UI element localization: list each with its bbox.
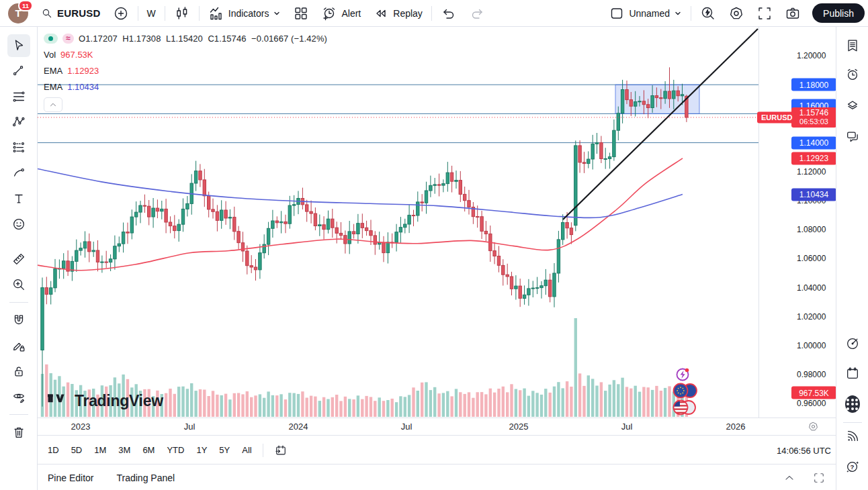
range-3m[interactable]: 3M [112,442,136,458]
us-event-icon[interactable] [673,401,695,415]
tool-zoom-in[interactable] [7,273,30,296]
tool-projection[interactable] [7,136,30,159]
range-1d[interactable]: 1D [42,442,65,458]
symbol-name: EURUSD [57,7,101,19]
interval-button[interactable]: W [141,4,162,23]
range-all[interactable]: All [236,442,257,458]
tool-drawing-mode[interactable] [7,334,30,357]
sidebar-object-tree[interactable] [841,94,864,117]
ema-line-1.10434[interactable] [38,169,683,218]
tool-text[interactable] [7,187,30,210]
legend-ema1-row[interactable]: EMA 1.12923 [44,65,99,76]
chart-style-button[interactable] [168,4,196,23]
fullscreen-icon [756,5,773,21]
tradingview-watermark[interactable]: TradingView [48,392,163,410]
goto-date-icon [274,444,288,457]
sidebar-streams[interactable] [841,425,864,448]
projection-icon [11,140,26,156]
sidebar-apps[interactable] [841,393,864,415]
notification-badge: 11 [18,0,33,11]
range-1m[interactable]: 1M [88,442,112,458]
tool-hide-all-drawings[interactable] [7,385,30,408]
time-axis[interactable]: 2023Jul2024Jul2025Jul2026 [38,418,836,436]
tradingview-logo-icon [48,393,70,409]
tool-cursor[interactable] [7,34,30,57]
range-1y[interactable]: 1Y [190,442,213,458]
sidebar-calendar[interactable] [841,362,864,385]
legend-main-row[interactable]: ≈ O1.17207 H1.17308 L1.15420 C1.15746 −0… [44,33,327,44]
range-6m[interactable]: 6M [136,442,161,458]
fullscreen-button[interactable] [750,4,779,23]
price-tick-0.98000: 0.98000 [797,370,826,379]
chevron-down-icon [674,9,682,17]
last-price-badge: 1.1574606:53:03 [791,107,836,128]
tab-pine-editor[interactable]: Pine Editor [48,473,93,483]
layout-select-button[interactable]: Unnamed [603,4,688,23]
panel-maximize-button[interactable] [810,470,828,486]
chevron-up-icon [48,100,58,109]
tool-fib-retracement[interactable] [7,85,30,108]
legend-ema2-row[interactable]: EMA 1.10434 [44,81,99,92]
undo-button[interactable] [435,4,463,23]
screenshot-button[interactable] [779,4,807,23]
legend-volume-row[interactable]: Vol 967.53K [44,49,93,60]
sidebar-help[interactable]: ? [841,455,864,478]
range-ytd[interactable]: YTD [161,442,190,458]
trend-line-drawing[interactable] [563,29,758,219]
panel-expand-button[interactable] [780,470,799,486]
tool-lock-all-drawings[interactable] [7,360,30,383]
indicators-button[interactable]: Indicators [202,4,288,23]
chart-pane[interactable]: ≈ O1.17207 H1.17308 L1.15420 C1.15746 −0… [38,26,836,418]
text-icon [11,191,26,207]
publish-button[interactable]: Publish [812,3,865,23]
tab-trading-panel[interactable]: Trading Panel [116,473,175,483]
tool-remove-drawings[interactable] [7,421,30,444]
clock-utc[interactable]: 14:06:56 UTC [777,445,831,455]
tool-brush[interactable] [7,162,30,185]
user-avatar[interactable]: T 11 [8,3,28,23]
grid-layout-button[interactable] [287,4,315,23]
alert-button[interactable]: Alert [315,4,367,23]
sidebar-watchlist[interactable] [841,34,864,57]
legend-collapse-button[interactable] [44,97,62,112]
camera-icon [785,5,801,21]
toolbar-separator [431,6,432,21]
zoom-in-icon [11,277,26,293]
replay-button[interactable]: Replay [367,4,429,23]
compare-add-button[interactable] [107,4,135,23]
source-toggle-icon[interactable] [44,34,58,44]
emoji-icon [11,216,26,232]
tool-pattern[interactable] [7,111,30,134]
tool-magnet[interactable] [7,309,30,332]
calendar-icon [845,365,860,381]
range-5d[interactable]: 5D [65,442,89,458]
indicators-label: Indicators [228,8,269,19]
eu-event-icon[interactable] [674,384,697,398]
sidebar-ideas[interactable] [841,332,864,355]
price-tick-1.02000: 1.02000 [797,312,826,322]
price-axis[interactable]: 1.200001.120001.100001.080001.060001.040… [758,26,836,418]
price-tick-1.08000: 1.08000 [797,225,826,234]
goto-date-button[interactable] [268,442,294,458]
widget-sidebar: ? [836,26,868,490]
trash-icon [11,424,26,440]
axis-settings-gear-icon[interactable] [808,421,819,432]
tool-measure[interactable] [7,248,30,271]
tool-emoji[interactable] [7,213,30,236]
settings-button[interactable] [722,4,750,23]
pencil-lock-icon [11,338,26,354]
range-5y[interactable]: 5Y [213,442,236,458]
magnet-icon [11,312,26,328]
chart-legend: ≈ O1.17207 H1.17308 L1.15420 C1.15746 −0… [44,33,327,112]
tool-trend-line[interactable] [7,60,30,83]
symbol-search-button[interactable]: EURUSD [35,4,107,23]
quick-search-button[interactable] [694,4,722,23]
ideas-wave-icon[interactable]: ≈ [62,34,74,44]
redo-button[interactable] [463,4,491,23]
toolbar-separator [138,6,138,21]
sidebar-alerts[interactable] [841,63,864,86]
sidebar-chat[interactable] [841,125,864,148]
flash-event-icon[interactable] [677,369,689,381]
candles [41,67,688,406]
gear-icon [728,5,744,21]
